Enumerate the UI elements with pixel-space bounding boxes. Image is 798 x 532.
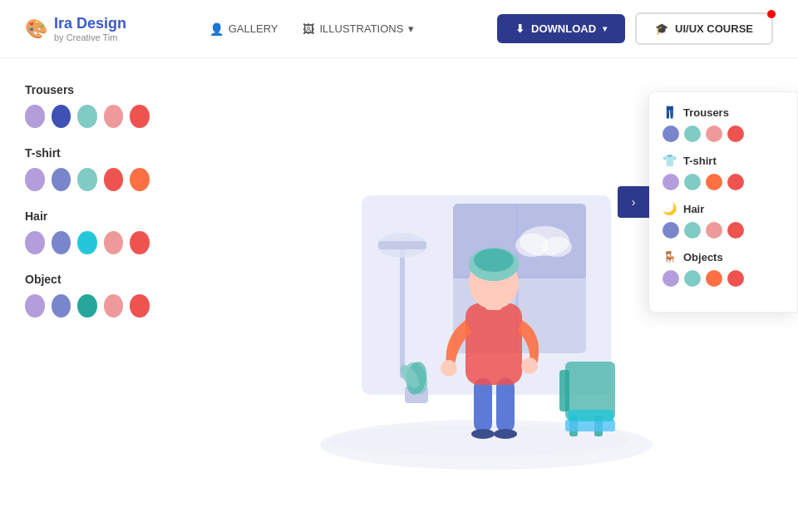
color-dot-1-2[interactable]	[77, 168, 97, 191]
popup-toggle-button[interactable]: ›	[618, 186, 649, 218]
left-panel: TrousersT-shirtHairObject	[0, 58, 175, 532]
svg-point-33	[474, 249, 514, 272]
popup-icon-1: 👕	[663, 154, 677, 167]
color-dots-2	[25, 231, 150, 254]
svg-rect-21	[565, 420, 615, 431]
popup-dot-3-0[interactable]	[663, 270, 679, 287]
popup-dot-3-3[interactable]	[727, 270, 744, 287]
uiux-button[interactable]: 🎓 UI/UX COURSE	[635, 12, 773, 45]
color-dot-2-2[interactable]	[77, 231, 97, 254]
svg-point-29	[521, 357, 538, 374]
svg-rect-22	[568, 410, 613, 421]
color-dot-3-3[interactable]	[104, 294, 124, 318]
gallery-icon: 👤	[209, 22, 224, 36]
popup-dot-0-2[interactable]	[706, 126, 722, 142]
download-button[interactable]: ⬇ DOWNLOAD ▾	[497, 14, 625, 43]
svg-point-26	[494, 429, 517, 439]
popup-dots-2	[663, 222, 784, 239]
logo-name: Ira Design	[54, 15, 126, 32]
left-section-object: Object	[25, 273, 150, 318]
nav-links: 👤 GALLERY 🖼 ILLUSTRATIONS ▾	[209, 22, 415, 36]
section-label-3: Object	[25, 273, 150, 286]
color-dot-0-0[interactable]	[25, 105, 45, 128]
popup-dot-0-1[interactable]	[684, 126, 701, 142]
color-dot-1-3[interactable]	[104, 168, 124, 191]
uiux-icon: 🎓	[655, 22, 668, 35]
color-dot-0-2[interactable]	[77, 105, 97, 128]
color-dot-1-0[interactable]	[25, 168, 45, 191]
svg-point-28	[441, 360, 457, 377]
svg-point-8	[542, 237, 572, 257]
popup-dot-0-0[interactable]	[663, 126, 679, 142]
svg-rect-27	[466, 303, 522, 385]
color-dot-0-4[interactable]	[130, 105, 150, 128]
color-dot-2-3[interactable]	[104, 231, 124, 254]
popup-dot-2-2[interactable]	[706, 222, 722, 239]
left-section-t-shirt: T-shirt	[25, 146, 150, 191]
right-popup: › 👖Trousers👕T-shirt🌙Hair🪑Objects	[648, 91, 798, 313]
download-icon: ⬇	[515, 22, 525, 35]
nav-gallery[interactable]: 👤 GALLERY	[209, 22, 278, 36]
popup-section-objects: 🪑Objects	[663, 250, 784, 287]
svg-rect-23	[474, 378, 492, 432]
color-dot-0-1[interactable]	[52, 105, 71, 128]
color-dot-1-4[interactable]	[130, 168, 150, 191]
popup-dot-2-3[interactable]	[727, 222, 744, 239]
color-dot-2-4[interactable]	[130, 231, 150, 254]
chevron-icon: ▾	[603, 24, 607, 33]
popup-dot-2-0[interactable]	[663, 222, 679, 239]
popup-label-0: 👖Trousers	[663, 106, 784, 119]
chevron-down-icon: ▾	[408, 22, 414, 35]
navbar: 🎨 Ira Design by Creative Tim 👤 GALLERY 🖼…	[0, 0, 798, 58]
popup-dots-0	[663, 126, 784, 142]
popup-dot-1-3[interactable]	[727, 174, 744, 190]
svg-rect-12	[378, 241, 426, 249]
color-dots-3	[25, 294, 150, 318]
left-section-hair: Hair	[25, 209, 150, 254]
svg-point-25	[471, 429, 495, 439]
popup-section-t-shirt: 👕T-shirt	[663, 154, 784, 190]
color-dot-3-2[interactable]	[77, 294, 97, 318]
color-dot-3-1[interactable]	[52, 294, 71, 318]
color-dot-3-4[interactable]	[130, 294, 150, 318]
popup-dot-1-0[interactable]	[663, 174, 679, 190]
illustrations-icon: 🖼	[303, 22, 314, 36]
section-label-2: Hair	[25, 209, 150, 223]
color-dots-1	[25, 168, 150, 191]
notification-dot	[767, 10, 776, 18]
popup-dots-3	[663, 270, 784, 287]
color-dot-0-3[interactable]	[104, 105, 124, 128]
popup-dot-1-2[interactable]	[706, 174, 722, 190]
popup-dot-2-1[interactable]	[684, 222, 701, 239]
main-area: TrousersT-shirtHairObject	[0, 58, 798, 532]
popup-icon-2: 🌙	[663, 202, 677, 215]
color-dots-0	[25, 105, 150, 128]
color-dot-1-1[interactable]	[52, 168, 71, 191]
logo: 🎨 Ira Design by Creative Tim	[25, 15, 126, 42]
nav-illustrations[interactable]: 🖼 ILLUSTRATIONS ▾	[303, 22, 414, 36]
popup-dot-3-2[interactable]	[706, 270, 722, 287]
popup-dot-1-1[interactable]	[684, 174, 701, 190]
section-label-0: Trousers	[25, 83, 150, 96]
color-dot-3-0[interactable]	[25, 294, 45, 318]
popup-dot-0-3[interactable]	[727, 126, 744, 142]
section-label-1: T-shirt	[25, 146, 150, 160]
popup-label-3: 🪑Objects	[663, 250, 784, 264]
popup-dots-1	[663, 174, 784, 190]
nav-buttons: ⬇ DOWNLOAD ▾ 🎓 UI/UX COURSE	[497, 12, 773, 45]
svg-rect-24	[496, 378, 515, 432]
popup-section-trousers: 👖Trousers	[663, 106, 784, 142]
color-dot-2-1[interactable]	[52, 231, 71, 254]
logo-icon: 🎨	[25, 18, 47, 40]
popup-icon-3: 🪑	[663, 250, 677, 264]
popup-section-hair: 🌙Hair	[663, 202, 784, 239]
popup-dot-3-1[interactable]	[684, 270, 701, 287]
left-section-trousers: Trousers	[25, 83, 150, 128]
color-dot-2-0[interactable]	[25, 231, 45, 254]
popup-label-2: 🌙Hair	[663, 202, 784, 215]
svg-rect-18	[559, 370, 569, 411]
popup-label-1: 👕T-shirt	[663, 154, 784, 167]
logo-sub: by Creative Tim	[54, 32, 126, 42]
popup-icon-0: 👖	[663, 106, 677, 119]
svg-rect-10	[400, 245, 405, 378]
